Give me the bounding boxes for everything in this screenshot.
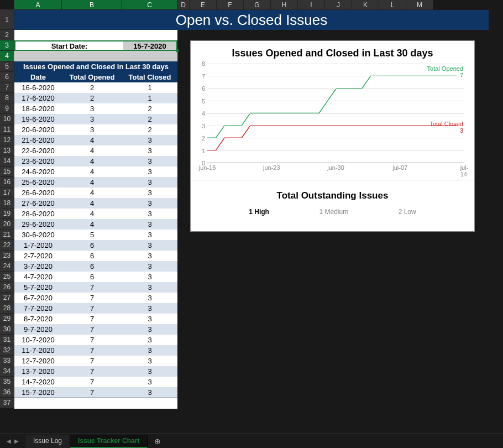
- table-row[interactable]: 1-7-202063: [14, 240, 177, 251]
- table-cell[interactable]: 7: [62, 366, 122, 377]
- table-cell[interactable]: 2: [122, 124, 177, 135]
- table-cell[interactable]: 6: [62, 261, 122, 272]
- add-sheet-button[interactable]: ⊕: [148, 437, 167, 446]
- table-row[interactable]: 6-7-202073: [14, 293, 177, 303]
- row-header-4[interactable]: 4: [0, 51, 14, 61]
- table-cell[interactable]: 3: [122, 387, 177, 398]
- table-cell[interactable]: 3: [122, 282, 177, 293]
- table-row[interactable]: 16-6-202021: [14, 82, 177, 93]
- table-cell[interactable]: 3: [122, 145, 177, 156]
- table-cell[interactable]: 23-6-2020: [14, 156, 62, 166]
- table-cell[interactable]: 11-7-2020: [14, 345, 62, 356]
- table-cell[interactable]: 22-6-2020: [14, 145, 62, 156]
- table-cell[interactable]: 10-7-2020: [14, 335, 62, 345]
- table-cell[interactable]: 24-6-2020: [14, 166, 62, 177]
- table-cell[interactable]: 3: [122, 166, 177, 177]
- sheet-tab[interactable]: Issue Tracker Chart: [70, 435, 148, 448]
- table-cell[interactable]: 6-7-2020: [14, 293, 62, 303]
- table-cell[interactable]: 2-7-2020: [14, 251, 62, 261]
- table-cell[interactable]: 4-7-2020: [14, 272, 62, 282]
- table-cell[interactable]: 7: [62, 293, 122, 303]
- table-cell[interactable]: 8-7-2020: [14, 314, 62, 324]
- table-row[interactable]: 26-6-202043: [14, 187, 177, 198]
- table-row[interactable]: 3-7-202063: [14, 261, 177, 272]
- table-cell[interactable]: 14-7-2020: [14, 377, 62, 387]
- table-cell[interactable]: 15-7-2020: [14, 387, 62, 398]
- table-cell[interactable]: 7-7-2020: [14, 303, 62, 314]
- column-header-G[interactable]: G: [244, 0, 271, 10]
- column-header-I[interactable]: I: [298, 0, 325, 10]
- table-cell[interactable]: 3: [122, 209, 177, 219]
- row-header-36[interactable]: 36: [0, 387, 14, 398]
- table-cell[interactable]: 21-6-2020: [14, 135, 62, 145]
- table-row[interactable]: 20-6-202032: [14, 124, 177, 135]
- row-header-20[interactable]: 20: [0, 219, 14, 230]
- table-row[interactable]: 21-6-202043: [14, 135, 177, 145]
- table-cell[interactable]: 2: [122, 114, 177, 124]
- column-header-A[interactable]: A: [14, 0, 62, 10]
- table-cell[interactable]: 3: [122, 187, 177, 198]
- table-cell[interactable]: 20-6-2020: [14, 124, 62, 135]
- table-cell[interactable]: 3: [122, 156, 177, 166]
- table-cell[interactable]: 4: [62, 135, 122, 145]
- tab-prev-icon[interactable]: ◀: [7, 438, 11, 444]
- column-header-F[interactable]: F: [217, 0, 244, 10]
- table-cell[interactable]: 7: [62, 335, 122, 345]
- table-cell[interactable]: 2: [62, 82, 122, 93]
- table-cell[interactable]: 1: [122, 93, 177, 103]
- tab-nav[interactable]: ◀ ▶: [0, 438, 25, 444]
- worksheet-cells[interactable]: Open vs. Closed Issues Start Date: 15-7-…: [14, 10, 503, 427]
- table-cell[interactable]: 3: [122, 366, 177, 377]
- row-header-23[interactable]: 23: [0, 251, 14, 261]
- row-header-17[interactable]: 17: [0, 187, 14, 198]
- table-cell[interactable]: 4: [62, 187, 122, 198]
- table-cell[interactable]: 7: [62, 387, 122, 398]
- table-cell[interactable]: 7: [62, 314, 122, 324]
- row-header-12[interactable]: 12: [0, 135, 14, 145]
- column-header-E[interactable]: E: [190, 0, 217, 10]
- table-cell[interactable]: 7: [62, 356, 122, 366]
- table-cell[interactable]: 7: [62, 282, 122, 293]
- table-cell[interactable]: 3: [122, 230, 177, 240]
- column-header-J[interactable]: J: [325, 0, 352, 10]
- table-row[interactable]: 13-7-202073: [14, 366, 177, 377]
- table-cell[interactable]: 4: [62, 198, 122, 209]
- cell[interactable]: [14, 398, 177, 409]
- table-row[interactable]: 17-6-202021: [14, 93, 177, 103]
- table-cell[interactable]: 3: [122, 135, 177, 145]
- col-header-date[interactable]: Date: [14, 72, 62, 82]
- vertical-scrollbar[interactable]: [496, 10, 503, 434]
- row-header-25[interactable]: 25: [0, 272, 14, 282]
- table-cell[interactable]: 7: [62, 303, 122, 314]
- row-header-16[interactable]: 16: [0, 177, 14, 187]
- table-cell[interactable]: 7: [62, 324, 122, 335]
- row-header-13[interactable]: 13: [0, 145, 14, 156]
- column-header-L[interactable]: L: [379, 0, 406, 10]
- table-cell[interactable]: 28-6-2020: [14, 209, 62, 219]
- table-row[interactable]: 28-6-202043: [14, 209, 177, 219]
- table-cell[interactable]: 3: [122, 240, 177, 251]
- table-cell[interactable]: 3: [122, 177, 177, 187]
- table-cell[interactable]: 4: [62, 145, 122, 156]
- table-cell[interactable]: 30-6-2020: [14, 230, 62, 240]
- row-header-26[interactable]: 26: [0, 282, 14, 293]
- table-cell[interactable]: 3: [62, 103, 122, 114]
- row-header-7[interactable]: 7: [0, 82, 14, 93]
- table-row[interactable]: 2-7-202063: [14, 251, 177, 261]
- row-header-18[interactable]: 18: [0, 198, 14, 209]
- table-row[interactable]: 22-6-202043: [14, 145, 177, 156]
- table-row[interactable]: 18-6-202032: [14, 103, 177, 114]
- table-row[interactable]: 30-6-202053: [14, 230, 177, 240]
- row-header-10[interactable]: 10: [0, 114, 14, 124]
- table-cell[interactable]: 3: [122, 324, 177, 335]
- table-cell[interactable]: 3: [122, 345, 177, 356]
- table-cell[interactable]: 3: [62, 124, 122, 135]
- table-cell[interactable]: 3-7-2020: [14, 261, 62, 272]
- row-header-9[interactable]: 9: [0, 103, 14, 114]
- table-cell[interactable]: 18-6-2020: [14, 103, 62, 114]
- table-row[interactable]: 23-6-202043: [14, 156, 177, 166]
- table-cell[interactable]: 27-6-2020: [14, 198, 62, 209]
- table-row[interactable]: 25-6-202043: [14, 177, 177, 187]
- row-header-11[interactable]: 11: [0, 124, 14, 135]
- row-header-14[interactable]: 14: [0, 156, 14, 166]
